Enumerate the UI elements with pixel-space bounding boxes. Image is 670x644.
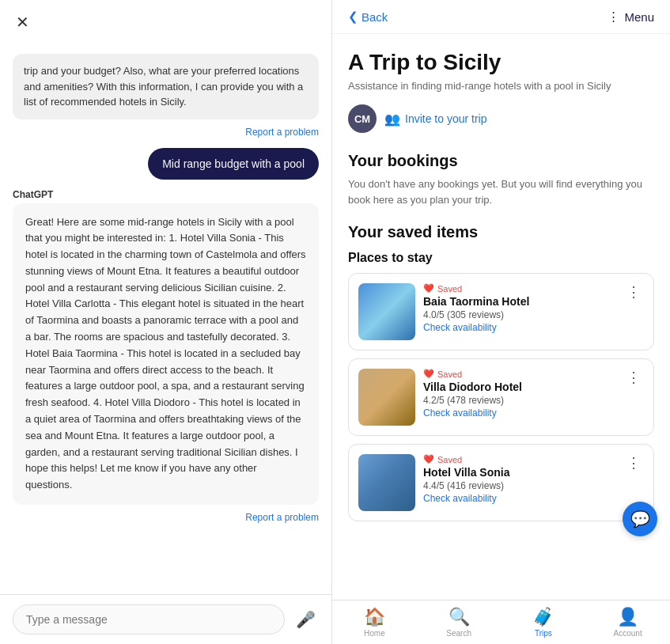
trip-subtitle: Assistance in finding mid-range hotels w…: [348, 80, 654, 92]
heart-icon: ❤️: [423, 369, 434, 379]
saved-badge: ❤️ Saved: [423, 283, 615, 294]
menu-label: Menu: [624, 10, 654, 24]
saved-label: Saved: [437, 369, 462, 379]
chatgpt-response-text: Great! Here are some mid-range hotels in…: [13, 203, 319, 506]
hotel-info: ❤️ Saved Baia Taormina Hotel 4.0/5 (305 …: [423, 283, 615, 333]
hotel-rating: 4.0/5 (305 reviews): [423, 309, 615, 320]
hotel-image: [358, 454, 415, 511]
right-header: ❮ Back ⋮ Menu: [332, 0, 670, 34]
account-icon: 👤: [617, 607, 638, 627]
menu-button[interactable]: ⋮ Menu: [608, 9, 654, 24]
hotel-card: ❤️ Saved Villa Diodoro Hotel 4.2/5 (478 …: [348, 358, 654, 436]
bookings-title: Your bookings: [348, 152, 654, 170]
chat-float-button[interactable]: 💬: [623, 502, 657, 536]
nav-account-label: Account: [614, 629, 642, 638]
hotel-image: [358, 369, 415, 426]
report-link-1: Report a problem: [13, 124, 319, 138]
message-input[interactable]: [13, 604, 285, 635]
hotel-image: [358, 283, 415, 340]
saved-badge: ❤️ Saved: [423, 454, 615, 464]
saved-label: Saved: [437, 455, 462, 464]
nav-search[interactable]: 🔍 Search: [435, 607, 483, 638]
chat-messages: trip and your budget? Also, what are you…: [0, 44, 331, 594]
more-options-button[interactable]: ⋮: [623, 283, 644, 301]
trips-icon: 🧳: [532, 607, 554, 627]
trip-title: A Trip to Sicily: [348, 50, 654, 75]
saved-label: Saved: [437, 284, 462, 294]
hotel-info: ❤️ Saved Hotel Villa Sonia 4.4/5 (416 re…: [423, 454, 615, 504]
invite-button[interactable]: 👥 Invite to your trip: [384, 112, 487, 127]
hotel-rating: 4.4/5 (416 reviews): [423, 480, 615, 491]
chat-icon: 💬: [630, 510, 650, 528]
nav-home-label: Home: [364, 629, 385, 638]
dots-icon: ⋮: [608, 9, 619, 24]
user-message-bubble: Mid range budget with a pool: [148, 148, 319, 180]
right-content: A Trip to Sicily Assistance in finding m…: [332, 34, 670, 600]
nav-account[interactable]: 👤 Account: [604, 607, 652, 638]
chat-input-area: 🎤: [0, 594, 331, 644]
hotel-name: Villa Diodoro Hotel: [423, 381, 615, 393]
chatgpt-label: ChatGPT: [13, 189, 319, 200]
hotel-card: ❤️ Saved Baia Taormina Hotel 4.0/5 (305 …: [348, 273, 654, 350]
report-problem-link-2[interactable]: Report a problem: [245, 512, 319, 523]
avatar: CM: [348, 104, 377, 133]
heart-icon: ❤️: [423, 454, 434, 464]
hotel-name: Baia Taormina Hotel: [423, 295, 615, 308]
chatgpt-response-block: ChatGPT Great! Here are some mid-range h…: [13, 189, 319, 525]
hotel-name: Hotel Villa Sonia: [423, 466, 615, 479]
left-header: ✕: [0, 0, 331, 44]
nav-trips[interactable]: 🧳 Trips: [520, 607, 567, 638]
context-message-bubble: trip and your budget? Also, what are you…: [13, 54, 319, 138]
right-panel: ❮ Back ⋮ Menu A Trip to Sicily Assistanc…: [332, 0, 670, 644]
heart-icon: ❤️: [423, 283, 434, 294]
back-button[interactable]: ❮ Back: [348, 9, 388, 24]
invite-row: CM 👥 Invite to your trip: [348, 104, 654, 133]
hotel-cards-container: ❤️ Saved Baia Taormina Hotel 4.0/5 (305 …: [348, 273, 654, 521]
check-availability-link[interactable]: Check availability: [423, 407, 615, 419]
home-icon: 🏠: [364, 607, 385, 627]
saved-badge: ❤️ Saved: [423, 369, 615, 379]
bookings-desc: You don't have any bookings yet. But you…: [348, 176, 654, 207]
more-options-button[interactable]: ⋮: [623, 454, 644, 472]
left-panel: ✕ trip and your budget? Also, what are y…: [0, 0, 332, 644]
hotel-card: ❤️ Saved Hotel Villa Sonia 4.4/5 (416 re…: [348, 444, 654, 521]
chevron-left-icon: ❮: [348, 9, 358, 24]
search-icon: 🔍: [449, 607, 470, 627]
hotel-rating: 4.2/5 (478 reviews): [423, 395, 615, 406]
context-message-text: trip and your budget? Also, what are you…: [13, 54, 319, 119]
close-button[interactable]: ✕: [13, 9, 32, 35]
hotel-info: ❤️ Saved Villa Diodoro Hotel 4.2/5 (478 …: [423, 369, 615, 419]
more-options-button[interactable]: ⋮: [623, 369, 644, 386]
report-problem-link-1[interactable]: Report a problem: [245, 127, 319, 138]
saved-items-title: Your saved items: [348, 223, 654, 241]
nav-home[interactable]: 🏠 Home: [350, 607, 398, 638]
invite-label: Invite to your trip: [405, 112, 487, 125]
add-person-icon: 👥: [384, 112, 400, 127]
nav-trips-label: Trips: [535, 629, 552, 638]
check-availability-link[interactable]: Check availability: [423, 493, 615, 504]
report-link-2: Report a problem: [13, 510, 319, 524]
check-availability-link[interactable]: Check availability: [423, 322, 615, 333]
mic-button[interactable]: 🎤: [293, 607, 319, 632]
nav-search-label: Search: [446, 629, 471, 638]
bottom-nav: 🏠 Home 🔍 Search 🧳 Trips 👤 Account: [332, 600, 670, 644]
places-subtitle: Places to stay: [348, 251, 654, 265]
back-label: Back: [361, 10, 388, 24]
